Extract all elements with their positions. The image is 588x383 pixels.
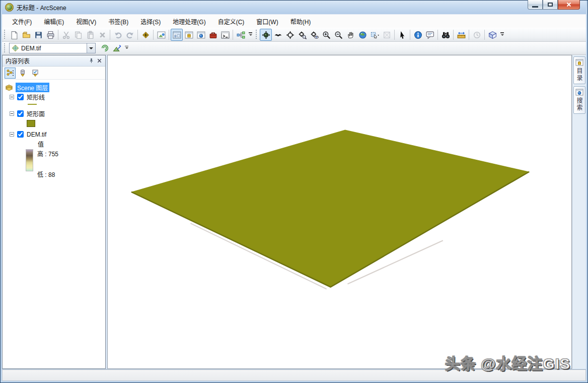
titlebar[interactable]: 无标题 - ArcScene — [2, 1, 586, 14]
open-button[interactable] — [20, 29, 32, 41]
standard-toolbar-grip[interactable] — [4, 30, 6, 40]
window-controls — [528, 0, 580, 10]
redo-button[interactable] — [124, 29, 136, 41]
view-cube-button[interactable] — [486, 29, 498, 41]
set-observer-button[interactable] — [308, 29, 320, 41]
close-button[interactable] — [558, 0, 580, 10]
menu-edit[interactable]: 编辑(E) — [38, 15, 70, 28]
zoom-to-target-button[interactable] — [296, 29, 308, 41]
html-popup-button[interactable] — [424, 29, 436, 41]
restore-button[interactable] — [543, 0, 558, 10]
tools-toolbar-overflow-button[interactable] — [499, 29, 505, 41]
menu-selection[interactable]: 选择(S) — [134, 15, 167, 28]
menu-geoprocessing[interactable]: 地理处理(G) — [167, 15, 211, 28]
python-window-button[interactable] — [219, 29, 231, 41]
chevron-down-icon — [501, 34, 504, 37]
dem-surface-polygon[interactable] — [131, 130, 529, 287]
pan-button[interactable] — [344, 29, 356, 41]
steepest-path-button[interactable] — [111, 42, 123, 54]
select-graphics-icon — [371, 31, 379, 39]
layer-label-rect-line[interactable]: 矩形线 — [27, 93, 45, 101]
add-data-button[interactable] — [139, 29, 152, 41]
layer-checkbox-dem[interactable] — [17, 131, 24, 138]
toc-window-button[interactable] — [171, 29, 183, 41]
menu-customize[interactable]: 自定义(C) — [212, 15, 251, 28]
layer-checkbox-rect-polygon[interactable] — [17, 110, 24, 117]
standard-toolbar-overflow-button[interactable] — [247, 29, 254, 41]
analyst-layer-combo[interactable]: DEM.tif — [9, 43, 96, 53]
search-dock-tab[interactable]: 搜索 — [573, 86, 585, 114]
list-by-visibility-button[interactable] — [30, 68, 41, 79]
collapse-icon[interactable] — [10, 95, 14, 99]
arctoolbox-button[interactable] — [207, 29, 219, 41]
list-by-source-button[interactable] — [17, 68, 28, 79]
collapse-icon[interactable] — [10, 132, 14, 137]
delete-x-icon — [98, 31, 107, 39]
undo-button[interactable] — [112, 29, 124, 41]
menu-file[interactable]: 文件(F) — [6, 15, 38, 28]
toc-pin-button[interactable] — [87, 57, 95, 65]
collapse-icon[interactable] — [10, 111, 14, 116]
full-extent-button[interactable] — [356, 29, 369, 41]
fly-button[interactable] — [272, 29, 284, 41]
tree-root-row[interactable]: Scene 图层 — [3, 83, 105, 92]
toc-toolbar — [3, 67, 105, 80]
delete-button[interactable] — [96, 29, 108, 41]
layer-row-rect-line[interactable]: 矩形线 — [3, 92, 105, 102]
analyst-toolbar-overflow-button[interactable] — [123, 42, 130, 54]
layer-row-rect-polygon[interactable]: 矩形面 — [3, 109, 105, 118]
scene-viewport[interactable]: 头条 @水经注GIS — [107, 55, 572, 369]
watermark: 头条 @水经注GIS — [445, 351, 570, 373]
layer-label-dem[interactable]: DEM.tif — [27, 131, 46, 138]
layer-checkbox-rect-line[interactable] — [17, 94, 24, 100]
navigate-button[interactable] — [260, 29, 272, 41]
cut-button[interactable] — [60, 29, 72, 41]
menu-help[interactable]: 帮助(H) — [284, 15, 317, 28]
model-builder-button[interactable] — [235, 29, 247, 41]
scene-layers-label[interactable]: Scene 图层 — [16, 83, 49, 92]
toolbar-separator — [58, 30, 58, 40]
toolbar-separator — [484, 30, 485, 40]
menu-view[interactable]: 视图(V) — [70, 15, 102, 28]
minimize-icon — [532, 6, 538, 8]
layer-combo-dropdown-button[interactable] — [87, 43, 95, 53]
view-cube-icon — [488, 31, 497, 39]
find-button[interactable] — [439, 29, 452, 41]
new-button[interactable] — [8, 29, 20, 41]
arcmap-window-button[interactable] — [155, 29, 167, 41]
zoom-out-button[interactable] — [332, 29, 344, 41]
scene-3d-view[interactable] — [108, 55, 571, 368]
menu-windows[interactable]: 窗口(W) — [250, 15, 284, 28]
search-window-button[interactable] — [195, 29, 207, 41]
layer-row-dem[interactable]: DEM.tif — [3, 130, 105, 139]
select-features-button[interactable] — [396, 29, 408, 41]
new-document-icon — [10, 31, 19, 39]
rect-line-symbol[interactable] — [28, 104, 37, 105]
copy-button[interactable] — [72, 29, 84, 41]
rect-polygon-symbol[interactable] — [27, 120, 35, 127]
clear-selection-button[interactable] — [381, 29, 393, 41]
measure-button[interactable] — [455, 29, 467, 41]
catalog-window-button[interactable] — [183, 29, 195, 41]
overflow-bar — [249, 32, 252, 33]
zoom-in-button[interactable] — [320, 29, 332, 41]
analyst-toolbar-grip[interactable] — [4, 43, 6, 53]
save-button[interactable] — [32, 29, 44, 41]
menu-bookmarks[interactable]: 书签(B) — [102, 15, 134, 28]
layer-label-rect-polygon[interactable]: 矩形面 — [27, 109, 45, 118]
main-area: 内容列表 — [2, 55, 586, 369]
tools-toolbar-grip[interactable] — [255, 30, 258, 40]
toc-close-button[interactable] — [95, 57, 103, 65]
catalog-dock-tab[interactable]: 目录 — [573, 56, 585, 84]
paste-button[interactable] — [84, 29, 96, 41]
time-slider-button[interactable] — [471, 29, 483, 41]
select-graphics-button[interactable] — [369, 29, 381, 41]
list-by-drawing-order-button[interactable] — [5, 68, 16, 79]
print-button[interactable] — [44, 29, 56, 41]
center-on-target-button[interactable] — [284, 29, 296, 41]
add-data-icon — [141, 31, 150, 39]
identify-button[interactable] — [412, 29, 424, 41]
minimize-button[interactable] — [528, 0, 543, 10]
create-contours-button[interactable] — [99, 42, 111, 54]
restore-icon — [548, 3, 553, 7]
